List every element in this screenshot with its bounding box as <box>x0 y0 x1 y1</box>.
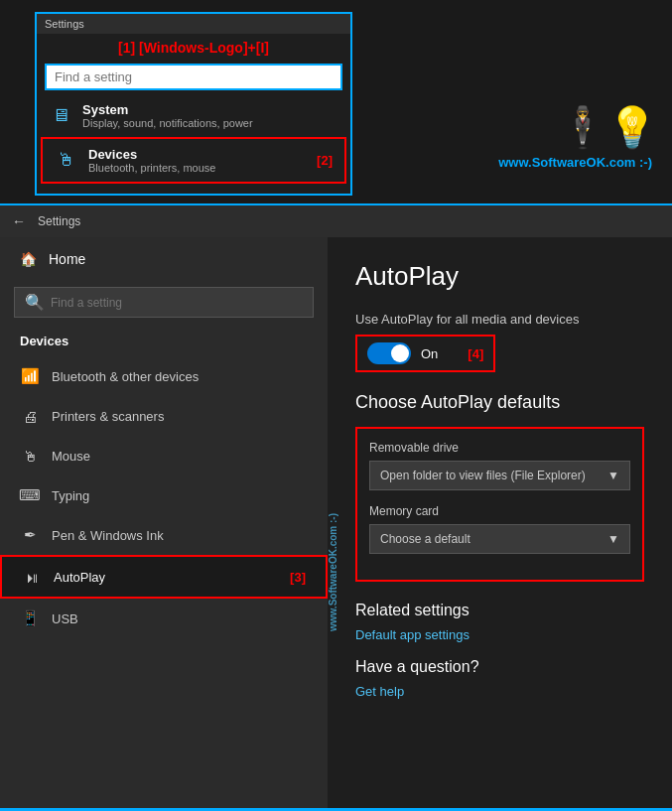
removable-drive-label: Removable drive <box>369 441 630 455</box>
top-search-input[interactable] <box>55 69 333 84</box>
memory-card-section: Memory card Choose a default ▼ <box>369 504 630 554</box>
main-titlebar: ← Settings <box>0 205 672 237</box>
devices-icon: 🖱 <box>55 149 78 173</box>
question-section: Have a question? Get help <box>355 658 644 699</box>
system-icon: 🖥 <box>49 104 72 128</box>
shortcut-label: [1] [Windows-Logo]+[I] <box>37 34 350 60</box>
watermark-vertical: www.SoftwareOK.com :-) <box>328 513 347 631</box>
top-title-text: Settings <box>45 18 84 30</box>
memory-card-label: Memory card <box>369 504 630 518</box>
system-item[interactable]: 🖥 System Display, sound, notifications, … <box>37 94 350 137</box>
sidebar-home[interactable]: 🏠 Home <box>0 237 328 281</box>
sidebar-section-title: Devices <box>0 328 328 356</box>
bluetooth-icon: 📶 <box>20 366 40 386</box>
related-settings-section: Related settings Default app settings <box>355 602 644 642</box>
removable-drive-value: Open folder to view files (File Explorer… <box>380 469 586 482</box>
removable-drive-section: Removable drive Open folder to view file… <box>369 441 630 490</box>
toggle-badge: [4] <box>468 346 483 361</box>
get-help-link[interactable]: Get help <box>355 684 644 699</box>
top-search-box[interactable] <box>45 64 342 90</box>
printers-label: Printers & scanners <box>52 409 308 424</box>
sidebar-search-box[interactable]: 🔍 <box>14 287 314 318</box>
bluetooth-label: Bluetooth & other devices <box>52 369 308 384</box>
autoplay-icon: ⏯ <box>22 567 42 587</box>
sidebar-item-bluetooth[interactable]: 📶 Bluetooth & other devices <box>0 356 328 396</box>
sidebar-item-mouse[interactable]: 🖱 Mouse <box>0 436 328 475</box>
usb-icon: 📱 <box>20 608 40 628</box>
sidebar-item-pen[interactable]: ✒ Pen & Windows Ink <box>0 515 328 555</box>
search-icon: 🔍 <box>25 293 45 312</box>
typing-icon: ⌨ <box>20 485 40 505</box>
autoplay-toggle[interactable] <box>367 342 411 364</box>
back-button[interactable]: ← <box>12 213 26 229</box>
memory-card-chevron: ▼ <box>607 532 619 546</box>
home-label: Home <box>49 251 85 267</box>
main-title-text: Settings <box>38 214 80 228</box>
right-panel: AutoPlay Use AutoPlay for all media and … <box>328 237 672 811</box>
mouse-icon: 🖱 <box>20 446 40 466</box>
autoplay-defaults-section: Removable drive Open folder to view file… <box>355 427 644 582</box>
default-app-settings-link[interactable]: Default app settings <box>355 627 644 642</box>
memory-card-dropdown[interactable]: Choose a default ▼ <box>369 524 630 554</box>
sidebar-item-typing[interactable]: ⌨ Typing <box>0 475 328 515</box>
removable-drive-dropdown[interactable]: Open folder to view files (File Explorer… <box>369 461 630 490</box>
devices-item[interactable]: 🖱 Devices Bluetooth, printers, mouse [2] <box>41 137 346 184</box>
autoplay-label: AutoPlay <box>54 570 278 585</box>
sidebar-item-usb[interactable]: 📱 USB <box>0 599 328 638</box>
pen-label: Pen & Windows Ink <box>52 528 308 543</box>
removable-drive-chevron: ▼ <box>607 469 619 482</box>
home-icon: 🏠 <box>20 251 37 267</box>
pen-icon: ✒ <box>20 525 40 545</box>
toggle-description: Use AutoPlay for all media and devices <box>355 312 644 327</box>
related-title: Related settings <box>355 602 644 619</box>
panel-title: AutoPlay <box>355 261 644 292</box>
stick-figure-image: 🕴💡 <box>558 104 657 151</box>
top-titlebar: Settings <box>37 14 350 34</box>
sidebar-item-printers[interactable]: 🖨 Printers & scanners <box>0 396 328 436</box>
main-settings-window: ← Settings 🏠 Home 🔍 Devices 📶 Bluetooth … <box>0 203 672 811</box>
question-title: Have a question? <box>355 658 644 676</box>
autoplay-toggle-section: Use AutoPlay for all media and devices O… <box>355 312 644 372</box>
typing-label: Typing <box>52 488 308 503</box>
sidebar-item-autoplay[interactable]: ⏯ AutoPlay [3] <box>0 555 328 599</box>
usb-label: USB <box>52 611 308 626</box>
toggle-state-label: On <box>421 346 438 361</box>
printers-icon: 🖨 <box>20 406 40 426</box>
autoplay-badge: [3] <box>290 570 306 585</box>
top-settings-window: Settings [1] [Windows-Logo]+[I] 🖥 System… <box>35 12 352 196</box>
memory-card-value: Choose a default <box>380 532 470 546</box>
devices-text: Devices Bluetooth, printers, mouse <box>88 147 215 174</box>
main-content: 🏠 Home 🔍 Devices 📶 Bluetooth & other dev… <box>0 237 672 811</box>
defaults-heading: Choose AutoPlay defaults <box>355 392 644 413</box>
watermark-text: www.SoftwareOK.com :-) <box>498 154 652 172</box>
devices-badge: [2] <box>317 153 333 168</box>
sidebar-search-input[interactable] <box>51 296 303 310</box>
mouse-label: Mouse <box>52 449 308 464</box>
sidebar: 🏠 Home 🔍 Devices 📶 Bluetooth & other dev… <box>0 237 328 811</box>
system-text: System Display, sound, notifications, po… <box>82 102 253 129</box>
toggle-row: On [4] <box>355 335 495 372</box>
